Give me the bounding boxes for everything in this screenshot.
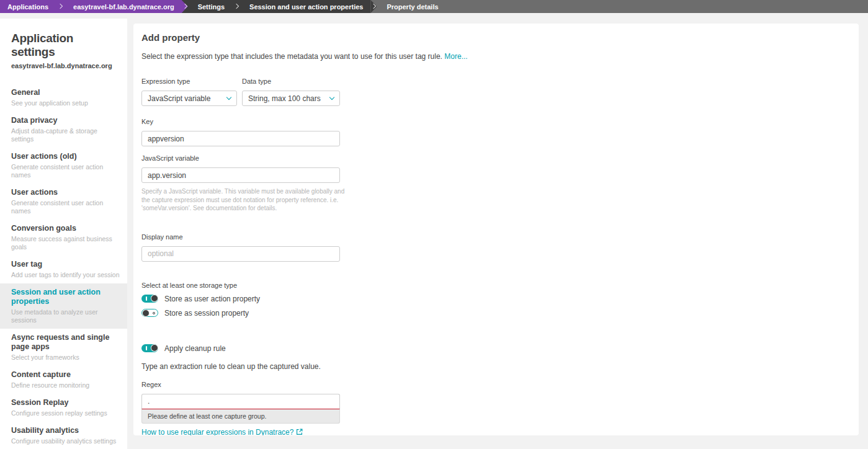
breadcrumb: Applications easytravel-bf.lab.dynatrace… <box>0 0 868 13</box>
apply-cleanup-toggle[interactable] <box>141 344 158 352</box>
sidebar-item-label: Session and user action properties <box>11 288 121 306</box>
toggle-knob <box>142 309 150 317</box>
sidebar-item-label: User actions <box>11 188 121 197</box>
breadcrumb-separator <box>232 0 242 13</box>
data-type-label: Data type <box>242 78 340 85</box>
sidebar-item-description: Adjust data-capture & storage settings <box>11 127 121 143</box>
breadcrumb-label: Session and user action properties <box>249 3 363 11</box>
chevron-right-icon <box>371 4 376 9</box>
sidebar-item-data-privacy[interactable]: Data privacy Adjust data-capture & stora… <box>0 112 127 148</box>
chevron-right-icon <box>58 4 63 9</box>
sidebar-item-label: Session Replay <box>11 398 121 407</box>
sidebar-item-description: Generate consistent user action names <box>11 163 121 179</box>
regex-docs-row: How to use regular expressions in Dynatr… <box>141 428 303 436</box>
toggle-knob <box>151 344 158 352</box>
chevron-right-icon <box>182 4 187 9</box>
breadcrumb-item-applications[interactable]: Applications <box>0 0 56 13</box>
breadcrumb-separator <box>370 0 379 13</box>
chevron-down-icon <box>329 95 334 100</box>
selected-value: JavaScript variable <box>148 94 210 103</box>
js-variable-help: Specify a JavaScript variable. This vari… <box>141 187 349 213</box>
sidebar-item-session-replay[interactable]: Session Replay Configure session replay … <box>0 394 127 422</box>
sidebar-item-description: Configure usability analytics settings <box>11 437 121 445</box>
breadcrumb-item-application[interactable]: easytravel-bf.lab.dynatrace.org <box>66 0 182 13</box>
sidebar-item-label: User actions (old) <box>11 152 121 161</box>
apply-cleanup-row: Apply cleanup rule <box>141 344 859 353</box>
breadcrumb-item-session-properties[interactable]: Session and user action properties <box>242 0 370 13</box>
toggle-label: Store as session property <box>164 309 249 318</box>
key-input[interactable] <box>141 131 340 146</box>
sidebar-item-user-tag[interactable]: User tag Add user tags to identify your … <box>0 256 127 283</box>
application-name: easytravel-bf.lab.dynatrace.org <box>11 62 116 69</box>
breadcrumb-item-settings[interactable]: Settings <box>190 0 232 13</box>
chevron-right-icon <box>234 4 239 9</box>
storage-type-group: Select at least one storage type Store a… <box>141 282 859 318</box>
breadcrumb-separator <box>182 0 190 13</box>
sidebar-item-async-requests-and-single-page-apps[interactable]: Async requests and single page apps Sele… <box>0 329 127 366</box>
sidebar-nav: General See your application setup Data … <box>0 84 127 449</box>
toggle-on-icon <box>146 346 147 350</box>
sidebar-item-label: Content capture <box>11 370 121 380</box>
expression-type-label: Expression type <box>141 78 237 85</box>
sidebar-header: Application settings easytravel-bf.lab.d… <box>0 19 127 69</box>
sidebar-item-label: Async requests and single page apps <box>11 333 121 352</box>
store-session-toggle[interactable] <box>141 309 158 317</box>
page-title: Application settings <box>11 32 116 59</box>
sidebar-item-usability-analytics[interactable]: Usability analytics Configure usability … <box>0 422 127 449</box>
regex-label: Regex <box>141 381 859 388</box>
toggle-on-icon <box>146 296 147 301</box>
regex-docs-link[interactable]: How to use regular expressions in Dynatr… <box>141 428 293 436</box>
selected-value: String, max 100 chars <box>248 94 321 103</box>
panel-title: Add property <box>141 32 859 43</box>
data-type-group: Data type String, max 100 chars <box>242 78 340 106</box>
chevron-down-icon <box>226 95 231 100</box>
type-selects-row: Expression type JavaScript variable Data… <box>141 78 859 106</box>
expression-type-group: Expression type JavaScript variable <box>141 78 237 106</box>
cleanup-rule-group: Apply cleanup rule Type an extraction ru… <box>141 344 859 436</box>
sidebar-item-description: Generate consistent user action names <box>11 199 121 215</box>
breadcrumb-separator <box>56 0 66 13</box>
toggle-label: Apply cleanup rule <box>164 344 226 353</box>
cleanup-description: Type an extraction rule to clean up the … <box>141 362 859 371</box>
sidebar-item-label: Data privacy <box>11 116 121 125</box>
sidebar-item-description: Select your frameworks <box>11 353 121 362</box>
sidebar-item-description: Define resource monitoring <box>11 381 121 389</box>
sidebar-item-label: User tag <box>11 260 121 269</box>
more-link[interactable]: More... <box>444 52 467 61</box>
panel-intro: Select the expression type that includes… <box>141 52 859 61</box>
breadcrumb-label: Applications <box>7 3 48 11</box>
breadcrumb-item-property-details: Property details <box>379 0 445 13</box>
toggle-label: Store as user action property <box>164 295 260 303</box>
sidebar-item-description: Use metadata to analyze user sessions <box>11 308 121 324</box>
js-variable-group: JavaScript variable Specify a JavaScript… <box>141 154 859 213</box>
regex-input[interactable] <box>141 394 340 409</box>
sidebar-item-general[interactable]: General See your application setup <box>0 84 127 112</box>
sidebar-item-user-actions[interactable]: User actions Generate consistent user ac… <box>0 184 127 220</box>
sidebar-item-session-and-user-action-properties[interactable]: Session and user action properties Use m… <box>0 283 127 329</box>
display-name-label: Display name <box>141 233 859 241</box>
sidebar-item-description: See your application setup <box>11 99 121 107</box>
session-property-row: Store as session property <box>141 309 859 318</box>
settings-sidebar: Application settings easytravel-bf.lab.d… <box>0 19 127 449</box>
expression-type-select[interactable]: JavaScript variable <box>141 91 237 106</box>
sidebar-item-content-capture[interactable]: Content capture Define resource monitori… <box>0 366 127 394</box>
sidebar-item-description: Configure session replay settings <box>11 409 121 417</box>
breadcrumb-label: Property details <box>387 3 438 11</box>
key-group: Key <box>141 118 859 146</box>
regex-error-message: Please define at least one capture group… <box>141 409 340 424</box>
js-variable-input[interactable] <box>141 167 340 183</box>
add-property-panel: Add property Select the expression type … <box>133 24 859 435</box>
sidebar-item-user-actions-old-[interactable]: User actions (old) Generate consistent u… <box>0 148 127 184</box>
sidebar-item-label: General <box>11 88 121 97</box>
data-type-select[interactable]: String, max 100 chars <box>242 91 340 106</box>
breadcrumb-label: easytravel-bf.lab.dynatrace.org <box>73 3 174 11</box>
display-name-input[interactable] <box>141 246 340 262</box>
external-link-icon <box>296 429 303 435</box>
toggle-knob <box>151 295 158 302</box>
intro-text: Select the expression type that includes… <box>141 52 442 61</box>
sidebar-item-label: Conversion goals <box>11 224 121 233</box>
display-name-group: Display name <box>141 233 859 262</box>
storage-type-label: Select at least one storage type <box>141 282 859 289</box>
sidebar-item-conversion-goals[interactable]: Conversion goals Measure success against… <box>0 220 127 256</box>
store-user-action-toggle[interactable] <box>141 295 158 303</box>
